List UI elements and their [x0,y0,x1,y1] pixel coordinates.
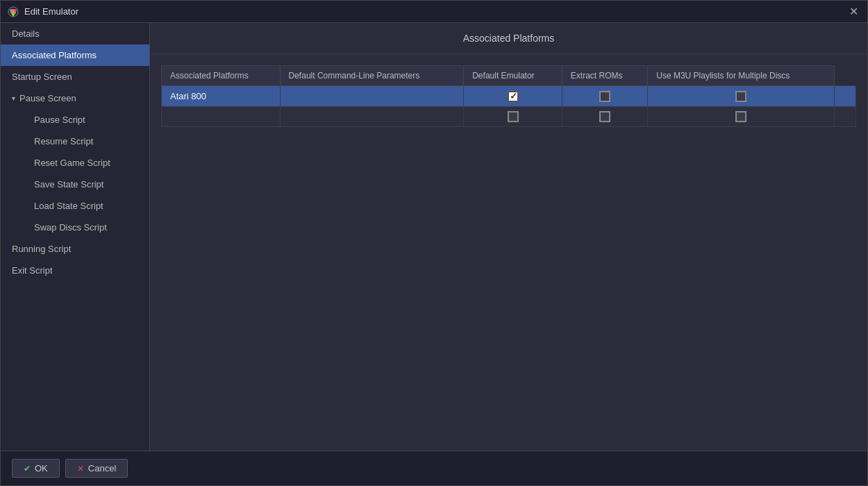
sidebar-item-startup-screen[interactable]: Startup Screen [1,66,149,87]
sidebar-item-label: Details [12,28,40,39]
sidebar-item-label: Pause Script [34,115,85,125]
sidebar-item-label: Swap Discs Script [34,222,107,233]
app-icon [8,6,19,17]
table-body: Atari 800 [162,86,856,127]
checkbox-default_emulator-1[interactable] [464,106,562,127]
col-header-1: Default Command-Line Parameters [280,66,464,86]
extra-col-0 [835,86,856,107]
sidebar-item-label: Associated Platforms [12,50,97,60]
ok-icon: ✔ [24,464,31,474]
sidebar-item-label: Reset Game Script [34,158,110,168]
checkbox-icon[interactable] [735,111,746,122]
table-row[interactable]: Atari 800 [162,86,856,107]
sidebar-item-running-script[interactable]: Running Script [1,238,149,260]
sidebar-item-label: Resume Script [34,136,93,146]
edit-emulator-dialog: Edit Emulator ✕ DetailsAssociated Platfo… [0,0,868,486]
dialog-title: Edit Emulator [24,6,846,17]
header-row: Associated PlatformsDefault Command-Line… [162,66,856,86]
sidebar-item-label: Running Script [12,244,71,254]
checkbox-icon[interactable] [508,91,519,102]
sidebar-item-details[interactable]: Details [1,23,149,44]
sidebar-item-label: Save State Script [34,179,103,190]
svg-point-2 [10,9,12,12]
checkbox-icon[interactable] [599,111,610,122]
col-header-4: Use M3U Playlists for Multiple Discs [648,66,835,86]
sidebar-item-load-state-script[interactable]: Load State Script [1,195,149,217]
cancel-icon: ✕ [77,464,84,474]
ok-label: OK [35,463,48,474]
col-header-2: Default Emulator [464,66,562,86]
cmd-params-0[interactable] [280,86,464,107]
ok-button[interactable]: ✔ OK [12,459,60,478]
main-panel: Associated Platforms Associated Platform… [150,23,867,451]
sidebar-item-resume-script[interactable]: Resume Script [1,131,149,152]
cancel-button[interactable]: ✕ Cancel [65,459,128,478]
close-button[interactable]: ✕ [846,5,860,19]
sidebar-item-pause-screen[interactable]: ▾ Pause Screen [1,87,149,109]
sidebar-item-swap-discs-script[interactable]: Swap Discs Script [1,217,149,238]
checkbox-icon[interactable] [735,91,746,102]
checkbox-m3u-0[interactable] [648,86,835,107]
sidebar-item-exit-script[interactable]: Exit Script [1,260,149,281]
svg-point-3 [14,9,17,12]
extra-col-1 [835,106,856,127]
sidebar-item-reset-game-script[interactable]: Reset Game Script [1,152,149,174]
sidebar-item-label: Exit Script [12,265,53,276]
checkbox-extract_roms-0[interactable] [562,86,647,107]
checkbox-icon[interactable] [599,91,610,102]
sidebar-item-save-state-script[interactable]: Save State Script [1,174,149,195]
svg-point-4 [12,13,15,16]
col-header-0: Associated Platforms [162,66,281,86]
footer: ✔ OK ✕ Cancel [1,451,867,485]
panel-title: Associated Platforms [150,23,867,54]
expand-icon: ▾ [12,94,15,102]
col-header-3: Extract ROMs [562,66,647,86]
sidebar-item-label: Pause Screen [19,93,76,103]
table-container: Associated PlatformsDefault Command-Line… [150,54,867,451]
checkbox-default_emulator-0[interactable] [464,86,562,107]
checkbox-icon[interactable] [508,111,519,122]
sidebar-item-label: Load State Script [34,201,103,211]
sidebar: DetailsAssociated PlatformsStartup Scree… [1,23,150,451]
platform-name-1 [162,106,281,127]
sidebar-item-pause-script[interactable]: Pause Script [1,109,149,131]
cancel-label: Cancel [88,463,116,474]
checkbox-extract_roms-1[interactable] [562,106,647,127]
title-bar: Edit Emulator ✕ [1,1,867,23]
sidebar-item-associated-platforms[interactable]: Associated Platforms [1,44,149,66]
table-header: Associated PlatformsDefault Command-Line… [162,66,856,86]
main-content: DetailsAssociated PlatformsStartup Scree… [1,23,867,451]
platform-name-0: Atari 800 [162,86,281,107]
platforms-table: Associated PlatformsDefault Command-Line… [161,65,856,127]
table-row[interactable] [162,106,856,127]
checkbox-m3u-1[interactable] [648,106,835,127]
cmd-params-1[interactable] [280,106,464,127]
sidebar-item-label: Startup Screen [12,72,72,82]
